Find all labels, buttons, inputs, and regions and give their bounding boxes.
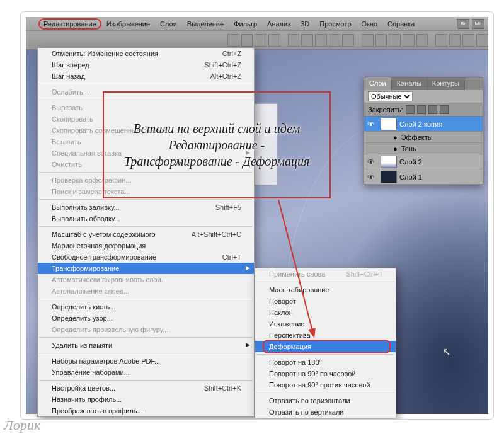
toolbar-btn-14[interactable] xyxy=(435,34,447,47)
toolbar-btn-3[interactable] xyxy=(268,34,280,47)
menubar-item-1[interactable]: Изображение xyxy=(101,18,155,30)
menubar-item-0[interactable]: Редактирование xyxy=(38,18,101,30)
lock-paint-icon[interactable] xyxy=(417,105,426,114)
menubar-item-3[interactable]: Выделение xyxy=(182,18,229,30)
toolbar-btn-13[interactable] xyxy=(416,34,428,47)
layer-thumbnail xyxy=(381,156,397,168)
toolbar-btn-2[interactable] xyxy=(255,34,266,47)
menu-item[interactable]: Шаг впередShift+Ctrl+Z xyxy=(38,59,254,71)
layer-thumbnail xyxy=(381,118,397,130)
layer-effect-row[interactable]: ●Эффекты xyxy=(364,132,483,143)
menu-item[interactable]: Марионеточная деформация xyxy=(38,240,254,251)
menu-item[interactable]: Отразить по вертикали xyxy=(255,406,396,418)
menu-item[interactable]: Отменить: Изменение состоянияCtrl+Z xyxy=(38,48,254,59)
menubar-item-5[interactable]: Анализ xyxy=(262,18,295,30)
toolbar-btn-16[interactable] xyxy=(462,34,474,47)
menubar-item-6[interactable]: 3D xyxy=(295,18,314,30)
watermark: Лорик xyxy=(4,417,40,433)
menu-item[interactable]: Преобразовать в профиль... xyxy=(38,405,254,416)
toolbar-btn-0[interactable] xyxy=(227,34,239,47)
layer-effect-row[interactable]: ●Тень xyxy=(364,143,483,154)
menubar-item-2[interactable]: Слои xyxy=(155,18,182,30)
menu-item[interactable]: Трансформирование▶ xyxy=(38,263,254,274)
menubar-btn-mb[interactable]: Mb xyxy=(472,19,484,29)
toolbar-btn-4[interactable] xyxy=(288,34,300,47)
transform-submenu[interactable]: Применить сноваShift+Ctrl+TМасштабирован… xyxy=(255,268,396,418)
menu-item[interactable]: Определить узор... xyxy=(38,313,254,324)
menu-item[interactable]: Деформация xyxy=(255,341,396,352)
blend-mode-row[interactable]: Обычные xyxy=(364,90,483,103)
visibility-icon[interactable]: 👁 xyxy=(364,173,378,181)
menu-item: Автоналожение слоев... xyxy=(38,285,254,297)
menu-item[interactable]: Шаг назадAlt+Ctrl+Z xyxy=(38,71,254,82)
lock-all-icon[interactable] xyxy=(440,105,449,114)
menu-item[interactable]: Удалить из памяти▶ xyxy=(38,340,254,351)
lock-transparency-icon[interactable] xyxy=(406,105,415,114)
menu-item[interactable]: Наклон xyxy=(255,307,396,318)
menu-item[interactable]: Определить кисть... xyxy=(38,301,254,313)
menu-item[interactable]: Поворот на 180° xyxy=(255,357,396,368)
menu-item[interactable]: Выполнить заливку...Shift+F5 xyxy=(38,202,254,213)
toolbar-btn-11[interactable] xyxy=(389,34,401,47)
menu-item[interactable]: Поворот на 90° против часовой xyxy=(255,379,396,391)
toolbar-btn-15[interactable] xyxy=(449,34,461,47)
toolbar-btn-7[interactable] xyxy=(329,34,341,47)
toolbar-btn-8[interactable] xyxy=(342,34,354,47)
menubar-item-7[interactable]: Просмотр xyxy=(314,18,356,30)
menu-item[interactable]: Выполнить обводку... xyxy=(38,213,254,224)
menubar: РедактированиеИзображениеСлоиВыделениеФи… xyxy=(26,17,488,31)
menu-item[interactable]: Поворот на 90° по часовой xyxy=(255,368,396,379)
visibility-icon[interactable]: 👁 xyxy=(364,158,378,166)
toolbar-btn-5[interactable] xyxy=(301,34,313,47)
visibility-icon[interactable]: 👁 xyxy=(364,120,378,129)
menubar-btn-br[interactable]: Br xyxy=(457,19,469,29)
toolbar-btn-9[interactable] xyxy=(362,34,374,47)
layer-row[interactable]: 👁Слой 1 xyxy=(364,169,483,185)
lock-position-icon[interactable] xyxy=(428,105,437,114)
annotation-text: Встали на верхний слой и идем Редактиров… xyxy=(115,120,318,169)
blend-mode-select[interactable]: Обычные xyxy=(368,91,413,101)
toolbar-btn-10[interactable] xyxy=(375,34,387,47)
menu-item[interactable]: Поворот xyxy=(255,295,396,307)
menu-item: Применить сноваShift+Ctrl+T xyxy=(255,268,396,280)
cursor-icon: ↖ xyxy=(442,346,450,358)
layers-panel[interactable]: СлоиКаналыКонтуры Обычные Закрепить: 👁Сл… xyxy=(364,77,483,185)
layer-row[interactable]: 👁Слой 2 копия xyxy=(364,117,483,132)
menu-item[interactable]: Масштаб с учетом содержимогоAlt+Shift+Ct… xyxy=(38,229,254,240)
toolbar-btn-17[interactable] xyxy=(476,34,488,47)
layer-name: Слой 2 копия xyxy=(399,120,442,128)
menu-item[interactable]: Наборы параметров Adobe PDF... xyxy=(38,355,254,367)
lock-row[interactable]: Закрепить: xyxy=(364,103,483,117)
layer-name: Слой 1 xyxy=(399,173,422,181)
menu-item[interactable]: Отразить по горизонтали xyxy=(255,395,396,406)
menu-item[interactable]: Перспектива xyxy=(255,330,396,341)
menu-item: Автоматически выравнивать слои... xyxy=(38,274,254,285)
menubar-item-9[interactable]: Справка xyxy=(382,18,420,30)
annotation-callout: Встали на верхний слой и идем Редактиров… xyxy=(103,91,331,198)
menu-item: Определить произвольную фигуру... xyxy=(38,324,254,335)
toolbar-btn-1[interactable] xyxy=(241,34,253,47)
toolbar-btn-12[interactable] xyxy=(403,34,415,47)
menu-item[interactable]: Управление наборами... xyxy=(38,367,254,378)
layers-tab-0[interactable]: Слои xyxy=(364,77,392,90)
menubar-item-8[interactable]: Окно xyxy=(357,18,383,30)
layer-name: Слой 2 xyxy=(399,158,422,166)
layer-row[interactable]: 👁Слой 2 xyxy=(364,154,483,169)
layers-panel-tabs[interactable]: СлоиКаналыКонтуры xyxy=(364,77,483,90)
toolbar-btn-6[interactable] xyxy=(315,34,327,47)
layer-thumbnail xyxy=(381,171,397,183)
menu-item[interactable]: Настройка цветов...Shift+Ctrl+K xyxy=(38,382,254,394)
lock-label: Закрепить: xyxy=(368,106,403,113)
menu-item[interactable]: Искажение xyxy=(255,318,396,330)
menu-item[interactable]: Назначить профиль... xyxy=(38,394,254,405)
menu-item[interactable]: Свободное трансформированиеCtrl+T xyxy=(38,251,254,263)
menu-item[interactable]: Масштабирование xyxy=(255,284,396,295)
layers-tab-2[interactable]: Контуры xyxy=(427,77,465,90)
layers-tab-1[interactable]: Каналы xyxy=(392,77,427,90)
menubar-item-4[interactable]: Фильтр xyxy=(229,18,262,30)
